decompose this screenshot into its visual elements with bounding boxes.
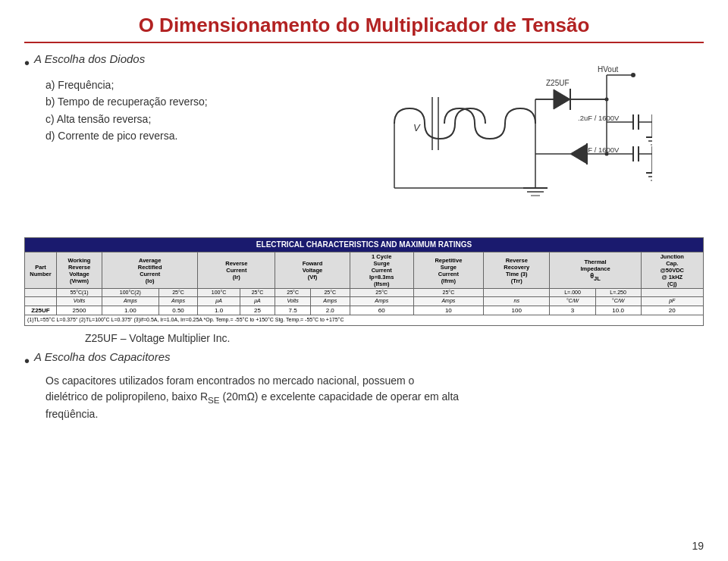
table-title: ELECTRICAL CHARACTERISTICS AND MAXIMUM R… [25,238,704,252]
section2-body: Os capacitores utilizados foram encontra… [46,373,704,422]
body-line2: dielétrico de polipropileno, baixo R [46,390,208,403]
body-sub: SE [208,395,220,405]
title-area: O Dimensionamento do Multiplicador de Te… [24,14,704,43]
z25uf-label: Z25UF [546,79,570,87]
col-avg-current: AverageRectifiedCurrent(Io) [102,252,198,289]
thermal-2: 10.0 [595,306,641,315]
junction-cap: 20 [641,306,703,315]
subitem-c: c) Alta tensão reversa; [46,111,320,127]
avg-current-1: 1.00 [102,306,159,315]
svg-marker-4 [554,89,570,109]
col-foward-voltage: FowardVoltage(Vf) [275,252,350,289]
working-voltage: 2500 [57,306,102,315]
right-column-circuit: V Z25UF HVout [320,52,704,230]
subitem-d: d) Corrente de pico reversa. [46,127,320,144]
foward-voltage-1: 7.5 [275,306,311,315]
hvout-label: HVout [598,65,618,74]
table-title-row: ELECTRICAL CHARACTERISTICS AND MAXIMUM R… [25,238,704,252]
v-label: V [413,122,421,133]
svg-point-9 [631,73,635,77]
col-junction: JunctionCap.@50VDC@ 1kHZ(Cj) [641,252,703,289]
section2-heading: A Escolha dos Capacitores [34,350,171,363]
cap1-label: .2uF / 1600V [578,114,620,122]
body-line1: Os capacitores utilizados foram encontra… [46,375,414,387]
subitem-b: b) Tempo de recuperação reverso; [46,93,320,110]
section1-heading-row: • A Escolha dos Diodos [24,52,320,72]
circuit-diagram: V Z25UF HVout [372,55,652,230]
table-data-row: Z25UF 2500 1.00 0.50 1.0 25 7.5 2.0 60 1… [25,306,704,315]
table-section: ELECTRICAL CHARACTERISTICS AND MAXIMUM R… [24,237,704,326]
bottom-section: Z25UF – Voltage Multiplier Inc. • A Esco… [24,332,704,422]
surge-current-2: 10 [413,306,483,315]
recovery-time: 100 [483,306,550,315]
body-line2b: (20mΩ) e excelente capacidade de operar … [220,390,460,403]
col-surge1: 1 CycleSurgeCurrentIp=8.3ms(Ifsm) [350,252,413,289]
avg-current-2: 0.50 [158,306,198,315]
table-notes: (1)TL=55°C L=0.375" (2)TL=100°C L=0.375"… [25,315,704,325]
thermal-1: 3 [550,306,595,315]
section1-subitems: a) Frequência; b) Tempo de recuperação r… [46,77,320,145]
left-column: • A Escolha dos Diodos a) Frequência; b)… [24,52,320,230]
section2-heading-row: • A Escolha dos Capacitores [24,350,704,370]
col-thermal: ThermalImpedanceθJL [550,252,641,289]
main-content: • A Escolha dos Diodos a) Frequência; b)… [24,52,704,230]
subitem-a: a) Frequência; [46,77,320,93]
surge-current-1: 60 [350,306,413,315]
table-units-row: Volts Amps Amps μA μA Volts Amps Amps Am… [25,297,704,306]
bullet-dot-1: • [24,54,30,72]
reverse-current-2: 25 [240,306,275,315]
section1-heading: A Escolha dos Diodos [34,52,145,65]
body-line3: freqüência. [46,408,98,420]
page-title: O Dimensionamento do Multiplicador de Te… [139,14,590,36]
table-col-header-row: PartNumber WorkingReverseVoltage(Vrwm) A… [25,252,704,289]
page: O Dimensionamento do Multiplicador de Te… [0,0,728,561]
reverse-current-1: 1.0 [198,306,240,315]
foward-voltage-2: 2.0 [310,306,350,315]
electrical-characteristics-table: ELECTRICAL CHARACTERISTICS AND MAXIMUM R… [24,237,704,326]
part-number: Z25UF [25,306,57,315]
col-recovery: ReverseRecoveryTime (3)(Trr) [483,252,550,289]
z25uf-line: Z25UF – Voltage Multiplier Inc. [85,332,704,344]
col-part: PartNumber [25,252,57,289]
bullet-dot-2: • [24,352,30,370]
table-notes-row: (1)TL=55°C L=0.375" (2)TL=100°C L=0.375"… [25,315,704,325]
col-voltage: WorkingReverseVoltage(Vrwm) [57,252,102,289]
page-number: 19 [692,540,704,552]
col-reverse-current: ReverseCurrent(Ir) [198,252,275,289]
col-surge2: RepetitiveSurgeCurrent(Ifrm) [413,252,483,289]
table-temp-row: 55°C(1) 100°C(2) 25°C 100°C 25°C 25°C 25… [25,289,704,297]
